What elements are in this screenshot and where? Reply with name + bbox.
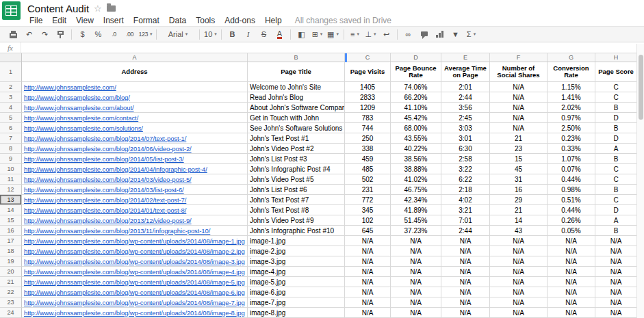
cell-E24[interactable]: N/A	[441, 308, 490, 318]
cell-F18[interactable]: N/A	[490, 246, 548, 256]
insert-chart-icon[interactable]	[433, 27, 447, 41]
cell-F5[interactable]: N/A	[490, 113, 548, 123]
cell-H3[interactable]: C	[595, 92, 637, 103]
cell-D5[interactable]: 45.42%	[391, 113, 441, 123]
cell-H20[interactable]: N/A	[595, 267, 637, 277]
cell-G4[interactable]: 2.02%	[548, 103, 595, 113]
cell-D22[interactable]: N/A	[391, 287, 441, 297]
cell-B21[interactable]: image-5.jpg	[248, 277, 345, 287]
cell-B10[interactable]: John's Infographic Post #4	[248, 164, 345, 174]
cell-C4[interactable]: 1209	[345, 103, 391, 113]
cell-H4[interactable]: B	[595, 103, 637, 113]
bold-icon[interactable]: B	[225, 27, 240, 41]
insert-link-icon[interactable]: ∞	[401, 27, 415, 41]
number-format-menu[interactable]: 123▾	[138, 27, 153, 41]
cell-B22[interactable]: image-6.jpg	[248, 287, 345, 297]
cell-C10[interactable]: 485	[345, 164, 391, 174]
cell-D11[interactable]: 41.02%	[391, 174, 441, 185]
cell-A24[interactable]: http://www.johnssamplesite.com/blog/wp-c…	[22, 308, 248, 318]
row-header-23[interactable]: 23	[0, 297, 22, 308]
menu-view[interactable]: View	[71, 15, 99, 26]
functions-icon[interactable]: Σ▾	[464, 27, 478, 41]
row-header-24[interactable]: 24	[0, 308, 22, 318]
cell-C9[interactable]: 459	[345, 154, 391, 164]
cell-C19[interactable]: N/A	[345, 256, 391, 267]
cell-B2[interactable]: Welcome to John's Site	[248, 82, 345, 92]
cell-G8[interactable]: 0.33%	[548, 144, 595, 154]
cell-A23[interactable]: http://www.johnssamplesite.com/blog/wp-c…	[22, 297, 248, 308]
cell-A11[interactable]: http://www.johnssamplesite.com/blog/2014…	[22, 174, 248, 185]
cell-E4[interactable]: 3:56	[441, 103, 490, 113]
print-icon[interactable]	[6, 27, 21, 41]
menu-add-ons[interactable]: Add-ons	[220, 15, 260, 26]
document-title[interactable]: Content Audit	[27, 3, 89, 14]
cell-H13[interactable]: C	[595, 195, 637, 205]
row-header-19[interactable]: 19	[0, 256, 22, 267]
column-header-A[interactable]: A	[22, 53, 248, 62]
cell-B17[interactable]: image-1.jpg	[248, 236, 345, 246]
cell-A20[interactable]: http://www.johnssamplesite.com/blog/wp-c…	[22, 267, 248, 277]
cell-A12[interactable]: http://www.johnssamplesite.com/blog/2014…	[22, 185, 248, 195]
cell-E13[interactable]: 4:02	[441, 195, 490, 205]
cell-D16[interactable]: 37.23%	[391, 226, 441, 236]
cell-E19[interactable]: N/A	[441, 256, 490, 267]
cell-link[interactable]: http://www.johnssamplesite.com/blog/wp-c…	[24, 268, 245, 276]
cell-B15[interactable]: John's Video Post #9	[248, 215, 345, 226]
cell-D18[interactable]: N/A	[391, 246, 441, 256]
cell-D3[interactable]: 66.20%	[391, 92, 441, 103]
cell-E20[interactable]: N/A	[441, 267, 490, 277]
cell-C7[interactable]: 250	[345, 133, 391, 144]
cell-link[interactable]: http://www.johnssamplesite.com/blog/2014…	[24, 186, 184, 194]
row-header-2[interactable]: 2	[0, 82, 22, 92]
cell-G18[interactable]: N/A	[548, 246, 595, 256]
cell-link[interactable]: http://www.johnssamplesite.com/blog/2014…	[24, 145, 192, 153]
cell-H15[interactable]: A	[595, 215, 637, 226]
cell-F16[interactable]: 43	[490, 226, 548, 236]
decrease-decimals-icon[interactable]: .0	[107, 27, 121, 41]
cell-F10[interactable]: 45	[490, 164, 548, 174]
menu-data[interactable]: Data	[164, 15, 191, 26]
cell-H22[interactable]: N/A	[595, 287, 637, 297]
cell-D15[interactable]: 51.45%	[391, 215, 441, 226]
text-color-icon[interactable]: A	[272, 27, 287, 41]
cell-E11[interactable]: 6:22	[441, 174, 490, 185]
cell-H14[interactable]: D	[595, 205, 637, 215]
row-header-21[interactable]: 21	[0, 277, 22, 287]
cell-B3[interactable]: Read John's Blog	[248, 92, 345, 103]
cell-D7[interactable]: 43.55%	[391, 133, 441, 144]
row-header-14[interactable]: 14	[0, 205, 22, 215]
cell-E8[interactable]: 6:30	[441, 144, 490, 154]
cell-A2[interactable]: http://www.johnssamplesite.com/	[22, 82, 248, 92]
cell-B11[interactable]: John's Video Post #5	[248, 174, 345, 185]
menu-format[interactable]: Format	[129, 15, 164, 26]
cell-E1[interactable]: Average Time on Page	[441, 62, 490, 82]
cell-F11[interactable]: 31	[490, 174, 548, 185]
cell-C15[interactable]: 102	[345, 215, 391, 226]
cell-F9[interactable]: 15	[490, 154, 548, 164]
cell-A6[interactable]: http://www.johnssamplesite.com/solutions…	[22, 123, 248, 133]
cell-link[interactable]: http://www.johnssamplesite.com/blog/2014…	[24, 196, 186, 204]
formula-input[interactable]	[21, 42, 644, 53]
cell-A3[interactable]: http://www.johnssamplesite.com/blog/	[22, 92, 248, 103]
cell-G24[interactable]: N/A	[548, 308, 595, 318]
cell-F14[interactable]: 21	[490, 205, 548, 215]
cell-link[interactable]: http://www.johnssamplesite.com/blog/2014…	[24, 207, 186, 214]
cell-B19[interactable]: image-3.jpg	[248, 256, 345, 267]
column-header-G[interactable]: G	[548, 53, 595, 62]
cell-C3[interactable]: 2833	[345, 92, 391, 103]
cell-F20[interactable]: N/A	[490, 267, 548, 277]
cell-link[interactable]: http://www.johnssamplesite.com/	[24, 83, 116, 91]
row-header-16[interactable]: 16	[0, 226, 22, 236]
column-header-H[interactable]: H	[595, 53, 637, 62]
cell-D24[interactable]: N/A	[391, 308, 441, 318]
cell-H11[interactable]: C	[595, 174, 637, 185]
cell-G9[interactable]: 1.07%	[548, 154, 595, 164]
cell-D20[interactable]: N/A	[391, 267, 441, 277]
cell-B23[interactable]: image-7.jpg	[248, 297, 345, 308]
cell-G10[interactable]: 0.07%	[548, 164, 595, 174]
cell-C12[interactable]: 231	[345, 185, 391, 195]
menu-help[interactable]: Help	[260, 15, 287, 26]
cell-C23[interactable]: N/A	[345, 297, 391, 308]
column-header-B[interactable]: B	[248, 53, 345, 62]
cell-F21[interactable]: N/A	[490, 277, 548, 287]
